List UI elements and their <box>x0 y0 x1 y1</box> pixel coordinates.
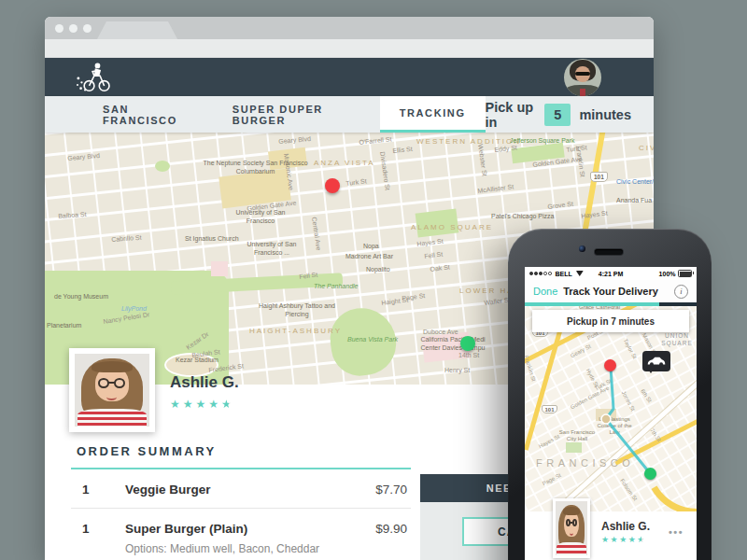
delivery-progress-bar <box>525 302 697 306</box>
destination-marker <box>644 468 656 480</box>
star-icon: ★ <box>637 535 646 544</box>
map-label: CIVIC <box>639 144 654 153</box>
map-label: Madrone Art Bar <box>345 253 393 261</box>
map-label: Civic Center/U <box>616 178 654 187</box>
order-summary-title: ORDER SUMMARY <box>77 444 217 458</box>
courier-photo-image <box>75 354 149 427</box>
map-label: de Young Museum <box>54 293 108 301</box>
app-header <box>45 58 654 96</box>
highway-shield-icon: 101 <box>590 172 608 182</box>
browser-address-bar[interactable] <box>45 39 654 58</box>
map-label: ANZA VISTA <box>314 159 375 168</box>
pickup-suffix: minutes <box>579 107 631 122</box>
tab-super-duper-burger[interactable]: SUPER DUPER BURGER <box>213 96 380 133</box>
order-item-row: 1Veggie Burger$7.70 <box>71 469 411 509</box>
star-icon: ★ <box>183 398 196 411</box>
map-label: Nopalito <box>366 266 390 274</box>
window-control-button[interactable] <box>83 24 92 33</box>
map-label: The Panhandle <box>314 283 358 291</box>
map-label: St Ignatius Church <box>185 235 239 244</box>
done-button[interactable]: Done <box>533 286 557 297</box>
window-control-button[interactable] <box>69 24 78 33</box>
pickup-status: Pick up in 5 minutes <box>486 96 654 133</box>
order-items-list: 1Veggie Burger$7.701Super Burger (Plain)… <box>71 469 411 560</box>
star-icon: ★ <box>611 535 620 544</box>
star-rating: ★★★★★ <box>601 535 646 544</box>
courier-car-marker-icon <box>642 351 670 371</box>
star-icon: ★ <box>170 398 183 411</box>
star-rating: ★★★★★ <box>170 398 239 411</box>
signal-indicator: BELL <box>529 271 584 277</box>
map-label: Planetarium <box>47 322 81 330</box>
item-name: Veggie Burger <box>125 483 375 497</box>
hospital-block-small <box>211 261 228 276</box>
postmates-logo-icon[interactable] <box>72 62 115 93</box>
small-park <box>155 161 170 172</box>
signal-dot-icon <box>534 272 538 275</box>
desktop-background: SAN FRANCISCOSUPER DUPER BURGERTRACKING … <box>0 0 747 560</box>
pickup-prefix: Pick up in <box>486 100 537 130</box>
pickup-banner: Pickup in 7 minutes <box>532 310 689 332</box>
destination-marker <box>460 336 475 351</box>
more-options-button[interactable]: ••• <box>669 526 684 538</box>
phone-courier-bar: Ashlie G. ★★★★★ ••• <box>525 511 697 560</box>
signal-dot-icon <box>539 272 543 275</box>
star-icon: ★ <box>208 398 221 411</box>
browser-tab[interactable] <box>97 21 177 39</box>
star-icon: ★ <box>619 535 628 544</box>
map-label: 14th St <box>458 352 479 360</box>
signal-dots-icon <box>529 272 552 275</box>
phone-screen: BELL 4:21 PM 100% Done Track Your Delive… <box>525 267 697 560</box>
item-quantity: 1 <box>82 522 125 536</box>
window-control-button[interactable] <box>55 24 63 33</box>
pickup-minutes-value: 5 <box>544 104 571 126</box>
carrier-label: BELL <box>556 271 572 277</box>
map-label: University of San Francisco ... <box>243 241 301 258</box>
map-label: HAIGHT-ASHBURY <box>249 327 342 336</box>
app-tab-bar: SAN FRANCISCOSUPER DUPER BURGERTRACKING … <box>45 96 654 133</box>
map-label: University of San Francisco <box>232 209 289 226</box>
map-label: Henry St <box>444 367 470 375</box>
signal-dot-icon <box>529 272 533 275</box>
map-label: Kezar Stadium <box>176 357 218 365</box>
info-button[interactable]: i <box>674 285 688 299</box>
tab-list: SAN FRANCISCOSUPER DUPER BURGERTRACKING <box>83 96 486 133</box>
window-controls <box>55 24 92 33</box>
tab-san-francisco[interactable]: SAN FRANCISCO <box>83 96 213 133</box>
iphone-mockup: BELL 4:21 PM 100% Done Track Your Delive… <box>508 229 712 560</box>
star-icon: ★ <box>601 535 611 544</box>
courier-name: Ashlie G. <box>170 373 239 392</box>
phone-map[interactable]: Grace CathedralSutter StPost StGeary StT… <box>525 302 697 511</box>
map-label: WESTERN ADDITION <box>416 137 521 147</box>
item-price: $7.70 <box>375 483 407 497</box>
item-options: Options: Medium well, Bacon, Cheddar <box>125 536 407 555</box>
star-icon: ★ <box>196 398 209 411</box>
earpiece-speaker-icon <box>595 249 623 255</box>
star-icon: ★ <box>628 535 638 544</box>
map-label: Patel's Chicago Pizza <box>491 213 554 221</box>
front-camera-icon <box>579 245 585 252</box>
wifi-icon <box>576 271 584 276</box>
battery-percent: 100% <box>659 271 676 277</box>
item-name: Super Burger (Plain) <box>125 522 375 536</box>
tab-tracking[interactable]: TRACKING <box>380 96 486 133</box>
map-label: Ananda Fua <box>616 197 652 205</box>
item-price: $9.90 <box>375 522 407 536</box>
map-label: The Neptune Society San Francisco Columb… <box>202 160 309 176</box>
map-label: California Pacific Medi Center Davies Ca… <box>413 336 493 353</box>
item-quantity: 1 <box>82 483 125 497</box>
restaurant-marker <box>325 178 340 193</box>
user-avatar[interactable] <box>564 59 601 96</box>
avatar-sunglasses <box>575 72 591 76</box>
star-icon: ★ <box>221 398 234 411</box>
map-label: Haight Ashbury Tattoo and Piercing <box>256 302 338 319</box>
order-item-row: 1Super Burger (Plain)$9.90Options: Mediu… <box>71 509 411 560</box>
battery-icon <box>678 270 692 277</box>
phone-nav-bar: Done Track Your Delivery i <box>525 280 697 302</box>
map-label: ALAMO SQUARE <box>411 223 493 232</box>
map-label: Buena Vista Park <box>347 336 398 344</box>
signal-dot-icon <box>543 272 547 275</box>
courier-photo <box>69 348 155 432</box>
delivery-route-line <box>525 302 697 511</box>
avatar-shirt <box>580 89 585 96</box>
